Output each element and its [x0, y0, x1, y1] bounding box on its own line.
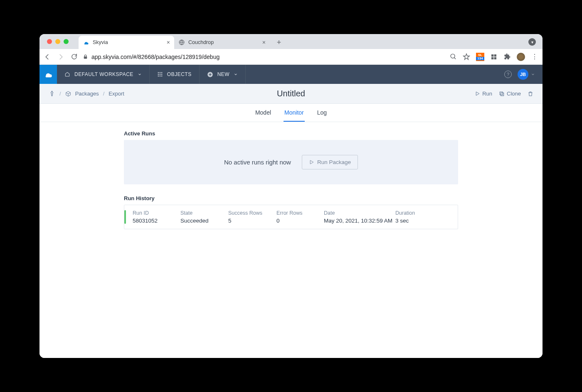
extension-badge[interactable]: SL 134: [476, 53, 484, 61]
lock-icon: [83, 54, 88, 59]
close-tab-icon[interactable]: ×: [262, 39, 266, 46]
col-error-rows: Error Rows 0: [276, 210, 324, 224]
subbar-actions: Run Clone: [475, 91, 533, 97]
workspace-selector[interactable]: DEFAULT WORKSPACE: [57, 65, 150, 84]
address-bar: app.skyvia.com/#/82668/packages/128919/d…: [39, 49, 543, 65]
svg-rect-5: [491, 57, 493, 59]
package-icon: [65, 91, 71, 97]
new-label: NEW: [217, 71, 230, 77]
help-icon[interactable]: ?: [504, 71, 512, 78]
history-row[interactable]: Run ID 58031052 State Succeeded Success …: [124, 205, 458, 229]
grid-icon: [157, 71, 163, 77]
back-icon[interactable]: [44, 53, 51, 61]
pin-icon[interactable]: [49, 91, 55, 97]
workspace-label: DEFAULT WORKSPACE: [74, 71, 133, 77]
close-window-button[interactable]: [47, 39, 52, 44]
tab-monitor[interactable]: Monitor: [284, 104, 305, 122]
play-icon: [475, 91, 480, 96]
page-title: Untitled: [277, 89, 305, 98]
breadcrumb-export[interactable]: Export: [109, 91, 124, 97]
svg-rect-1: [84, 56, 87, 59]
svg-rect-15: [161, 76, 162, 76]
workspace-icon: [64, 71, 70, 77]
active-runs-title: Active Runs: [124, 130, 458, 137]
svg-rect-17: [501, 93, 504, 96]
play-icon: [309, 159, 314, 165]
tab-skyvia[interactable]: Skyvia ×: [79, 36, 174, 49]
maximize-window-button[interactable]: [64, 39, 69, 44]
svg-point-2: [451, 54, 455, 58]
active-runs-box: No active runs right now Run Package: [124, 140, 458, 184]
chevron-down-icon[interactable]: [531, 72, 535, 76]
zoom-icon[interactable]: [449, 53, 457, 61]
svg-rect-13: [158, 76, 159, 76]
svg-rect-18: [500, 92, 503, 95]
browser-window: Skyvia × Couchdrop × + app.skyvia.c: [39, 34, 543, 358]
breadcrumb-packages[interactable]: Packages: [75, 91, 99, 97]
breadcrumb: / Packages / Export: [49, 91, 124, 97]
run-package-button[interactable]: Run Package: [302, 155, 358, 169]
svg-rect-12: [161, 74, 162, 75]
trash-icon: [528, 91, 533, 97]
chrome-tab-strip: Skyvia × Couchdrop × +: [39, 34, 543, 49]
col-date: Date May 20, 2021, 10:32:59 AM: [324, 210, 395, 224]
close-tab-icon[interactable]: ×: [167, 39, 170, 46]
toolbar-right: SL 134 ⋮: [449, 53, 538, 61]
svg-rect-8: [160, 72, 160, 73]
new-menu[interactable]: NEW: [200, 65, 246, 84]
profile-avatar[interactable]: [517, 53, 525, 61]
clone-button[interactable]: Clone: [499, 91, 521, 97]
no-active-runs-text: No active runs right now: [224, 159, 291, 166]
reload-icon[interactable]: [70, 53, 78, 61]
globe-favicon: [178, 39, 185, 46]
app-logo[interactable]: [39, 65, 57, 84]
svg-rect-14: [160, 76, 160, 76]
chrome-profile-button[interactable]: [528, 38, 536, 46]
svg-rect-7: [158, 72, 159, 73]
col-duration: Duration 3 sec: [395, 210, 437, 224]
chevron-down-icon: [138, 72, 142, 76]
tab-couchdrop[interactable]: Couchdrop ×: [174, 36, 270, 49]
tab-label: Couchdrop: [188, 39, 214, 45]
view-tabs: Model Monitor Log: [39, 104, 543, 122]
col-run-id: Run ID 58031052: [133, 210, 180, 224]
objects-label: OBJECTS: [167, 71, 192, 77]
tabs-container: Skyvia × Couchdrop × +: [79, 34, 285, 49]
run-button[interactable]: Run: [475, 91, 492, 97]
tab-model[interactable]: Model: [254, 104, 272, 122]
url-field[interactable]: app.skyvia.com/#/82668/packages/128919/d…: [83, 54, 444, 60]
content-area: Active Runs No active runs right now Run…: [39, 122, 543, 358]
delete-button[interactable]: [528, 91, 533, 97]
forward-icon[interactable]: [57, 53, 64, 61]
chevron-down-icon: [234, 72, 238, 76]
kebab-menu-icon[interactable]: ⋮: [531, 53, 538, 61]
objects-nav[interactable]: OBJECTS: [150, 65, 200, 84]
window-controls: [47, 39, 69, 44]
sub-bar: / Packages / Export Untitled Run Clone: [39, 84, 543, 104]
nav-icons: [44, 53, 78, 61]
status-stripe-success: [124, 210, 126, 224]
plus-circle-icon: [207, 71, 213, 78]
svg-rect-10: [158, 74, 159, 75]
star-icon[interactable]: [463, 53, 470, 61]
new-tab-button[interactable]: +: [273, 37, 285, 48]
svg-rect-4: [494, 54, 496, 56]
tab-log[interactable]: Log: [316, 104, 328, 122]
svg-rect-9: [161, 72, 162, 73]
svg-rect-3: [491, 54, 493, 56]
user-avatar[interactable]: JB: [518, 69, 528, 80]
minimize-window-button[interactable]: [55, 39, 60, 44]
col-success-rows: Success Rows 5: [228, 210, 276, 224]
nav-right: ? JB: [504, 65, 543, 84]
skyvia-favicon: [83, 39, 89, 46]
col-state: State Succeeded: [180, 210, 228, 224]
run-history-title: Run History: [124, 195, 458, 201]
grid-extension-icon[interactable]: [490, 53, 498, 61]
copy-icon: [499, 91, 505, 97]
svg-rect-6: [494, 57, 496, 59]
extensions-puzzle-icon[interactable]: [503, 53, 511, 61]
tab-label: Skyvia: [93, 39, 108, 45]
svg-rect-11: [160, 74, 160, 75]
url-text: app.skyvia.com/#/82668/packages/128919/d…: [91, 54, 219, 60]
app-navbar: DEFAULT WORKSPACE OBJECTS NEW ? JB: [39, 65, 543, 84]
